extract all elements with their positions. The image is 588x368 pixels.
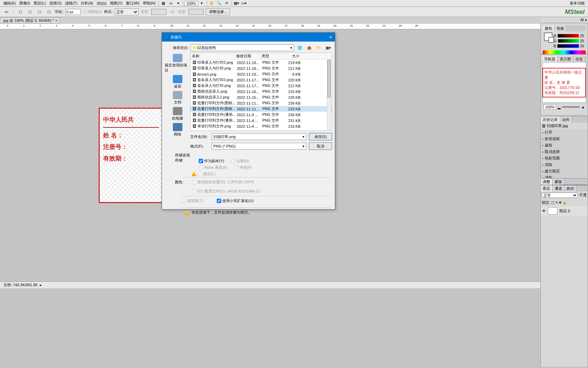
file-row[interactable]: 🖼 印章录入与打印2.png2022-11-18...PNG 文件219 KB xyxy=(191,60,332,65)
back-icon[interactable]: 🌐 xyxy=(297,45,303,51)
zoom-out-icon[interactable]: ▂ xyxy=(558,105,560,109)
tab-navigator[interactable]: 导航器 xyxy=(542,56,558,62)
tab-actions[interactable]: 动作 xyxy=(560,117,572,123)
menu-layer[interactable]: 图层(L) xyxy=(32,1,47,6)
navigator-thumbnail[interactable]: 中华人民共和国一级注册姓 名：史 继 勇注册号：3201776-S0有效期：到2… xyxy=(542,62,586,103)
tab-color[interactable]: 颜色 xyxy=(543,25,555,31)
arrange-icon[interactable]: ▦▾ xyxy=(233,0,240,6)
layer-name[interactable]: 图层 0 xyxy=(559,209,570,214)
lowercase-checkbox[interactable]: 使用小写扩展名(U) xyxy=(217,198,254,203)
history-snapshot[interactable]: 🖼 扫描印章.jpg xyxy=(541,123,588,129)
zoom-tool-icon[interactable]: 🔍 xyxy=(216,0,222,6)
feather-input[interactable] xyxy=(65,9,81,15)
layer-thumbnail[interactable] xyxy=(548,207,557,215)
place-desktop[interactable]: 桌面 xyxy=(173,75,182,89)
g-slider[interactable] xyxy=(558,39,579,43)
save-button[interactable]: 保存(S) xyxy=(309,133,332,140)
view-menu-icon[interactable]: ▦▾ xyxy=(325,45,331,51)
place-recent[interactable]: 最近使用的项目 xyxy=(165,54,190,73)
tab-histogram[interactable]: 直方图 xyxy=(558,56,573,62)
tab-paths[interactable]: 路径 xyxy=(565,185,576,191)
tab-history[interactable]: 历史记录 xyxy=(541,117,560,123)
menu-select[interactable]: 选择(S) xyxy=(48,1,64,6)
blend-mode-select[interactable]: 正常 xyxy=(542,193,578,198)
new-selection-icon[interactable]: ▢ xyxy=(17,9,23,15)
workspace-essentials[interactable]: 基本功能 xyxy=(568,1,586,6)
file-row[interactable]: 🖼 签名录入与打印2.png2022-11-17...PNG 文件220 KB xyxy=(191,77,332,83)
add-selection-icon[interactable]: ▢ xyxy=(27,9,33,15)
file-row[interactable]: 🖼 印章录入与打印.png2022-11-18...PNG 文件211 KB xyxy=(191,65,332,71)
fg-bg-swatch[interactable] xyxy=(544,33,552,41)
history-item[interactable]: ▫矩形选框 xyxy=(541,136,588,142)
menu-help[interactable]: 帮助(H) xyxy=(141,1,157,6)
file-row[interactable]: 🖼 签名录入与打印.png2022-11-17...PNG 文件212 KB xyxy=(191,83,332,89)
tab-channels[interactable]: 通道 xyxy=(553,185,565,191)
launch-bridge-icon[interactable]: ▦ xyxy=(160,0,166,6)
file-row[interactable]: 🖼 批量打印到文件(通用...2022-11-4 ...PNG 文件231 KB xyxy=(191,118,332,123)
extras-icon[interactable]: ▾ xyxy=(175,0,181,6)
collapse-icon[interactable]: ▸ xyxy=(585,18,587,22)
subtract-selection-icon[interactable]: ▢ xyxy=(36,9,43,15)
hand-tool-icon[interactable]: ✋ xyxy=(209,0,215,6)
tab-masks[interactable]: 蒙版 xyxy=(553,179,565,185)
file-row[interactable]: 🖼 批量打印到文件(图框...2022-11-11...PNG 文件239 KB xyxy=(191,100,332,106)
zoom-slider[interactable] xyxy=(562,106,580,108)
folder-combo[interactable]: 📁 02原始资料▾ xyxy=(191,44,294,51)
file-row[interactable]: 🖼 图框信息录入.png2022-11-16...PNG 文件215 KB xyxy=(191,89,332,94)
menu-edit[interactable]: 编辑(E) xyxy=(2,1,18,6)
tab-layers[interactable]: 图层 xyxy=(541,185,553,191)
style-select[interactable]: 正常 xyxy=(115,9,138,15)
menu-3d[interactable]: 3D(D) xyxy=(95,1,108,5)
format-combo[interactable]: PNG (*.PNG)▾ xyxy=(212,143,306,150)
filename-input[interactable]: 扫描印章.png▾ xyxy=(212,133,306,140)
history-item[interactable]: ▫清除 xyxy=(541,162,588,168)
menu-filter[interactable]: 滤镜(T) xyxy=(63,1,79,6)
file-row[interactable]: 🖼 单张打印到文件.png2022-11-4 ...PNG 文件216 KB xyxy=(191,123,332,129)
history-item[interactable]: ▫取消选择 xyxy=(541,149,588,155)
close-tab-icon[interactable]: × xyxy=(55,18,57,22)
file-row[interactable]: 🖼 批量打印到文件(通用...2022-11-9 ...PNG 文件236 KB xyxy=(191,112,332,118)
document-tab[interactable]: .jpg @ 100% (图层 0, RGB/8) * × xyxy=(0,17,60,24)
new-folder-icon[interactable]: 📁 xyxy=(316,45,322,51)
status-arrow-icon[interactable]: ▸ xyxy=(40,283,42,287)
ai-icon[interactable]: AI xyxy=(581,18,584,22)
place-documents[interactable]: 文档 xyxy=(173,91,182,105)
file-list[interactable]: 名称修改日期类型大小 🖼 印章录入与打印2.png2022-11-18...PN… xyxy=(190,52,332,131)
menu-window[interactable]: 窗口(W) xyxy=(124,1,141,6)
zoom-in-icon[interactable]: ▲ xyxy=(581,105,585,109)
menu-image[interactable]: 图像(I) xyxy=(18,1,32,6)
marquee-tool-icon[interactable]: ▭ xyxy=(3,9,10,15)
place-network[interactable]: 网络 xyxy=(173,123,182,137)
b-slider[interactable] xyxy=(557,44,578,48)
screen-mode-icon[interactable]: ▭▾ xyxy=(241,0,247,6)
close-dialog-icon[interactable]: ✕ xyxy=(329,35,332,40)
history-item[interactable]: ▫色彩范围 xyxy=(541,155,588,162)
layer-row[interactable]: 👁 图层 0 xyxy=(541,206,588,216)
tab-swatches[interactable]: 色板 xyxy=(555,25,567,31)
file-row[interactable]: 🖼 Arrow1.png2022-11-18...PNG 文件6 KB xyxy=(191,71,332,77)
tab-info[interactable]: 信息 xyxy=(573,56,585,62)
refine-edge-button[interactable]: 调整边缘... xyxy=(206,8,230,15)
r-slider[interactable] xyxy=(558,34,579,37)
intersect-selection-icon[interactable]: ▢ xyxy=(46,9,52,15)
history-item[interactable]: ▫裁剪 xyxy=(541,142,588,149)
cancel-button[interactable]: 取消 xyxy=(309,142,332,150)
place-computer[interactable]: 此电脑 xyxy=(172,107,183,121)
menu-view[interactable]: 视图(V) xyxy=(108,1,124,6)
file-row[interactable]: 🖼 图框信息录入2.png2022-11-15...PNG 文件228 KB xyxy=(191,94,332,100)
up-icon[interactable]: 📤 xyxy=(306,45,312,51)
zoom-level[interactable]: 100% xyxy=(184,1,198,6)
file-row[interactable]: 🖼 批量打印到文件(图框...2022-11-11...PNG 文件233 KB xyxy=(191,106,332,112)
rotate-view-icon[interactable]: ⟳ xyxy=(224,0,230,6)
menu-analysis[interactable]: 分析(A) xyxy=(79,1,95,6)
history-panel: 历史记录动作 🖼 扫描印章.jpg ▫打开▫矩形选框▫裁剪▫取消选择▫色彩范围▫… xyxy=(540,116,588,178)
tab-adjustments[interactable]: 调整 xyxy=(541,179,553,185)
mini-bridge-icon[interactable]: ▭ xyxy=(168,0,174,6)
nav-zoom-value[interactable]: 100% xyxy=(543,104,556,110)
as-copy-checkbox[interactable]: 作为副本(Y) xyxy=(199,158,224,164)
history-item[interactable]: ▫建立图层 xyxy=(541,168,588,174)
file-list-scrollbar[interactable] xyxy=(327,60,331,130)
history-item[interactable]: ▫打开 xyxy=(541,129,588,136)
visibility-icon[interactable]: 👁 xyxy=(542,209,546,213)
file-list-header[interactable]: 名称修改日期类型大小 xyxy=(191,53,332,60)
